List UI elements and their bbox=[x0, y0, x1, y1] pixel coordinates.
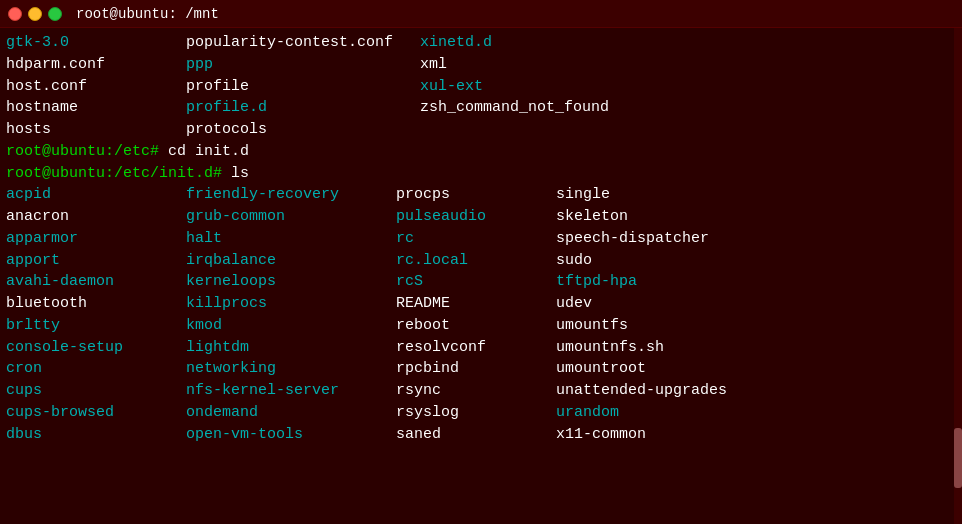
list-item: bluetooth bbox=[6, 293, 186, 315]
list-item: irqbalance bbox=[186, 250, 396, 272]
list-item: README bbox=[396, 293, 556, 315]
list-item: unattended-upgrades bbox=[556, 380, 956, 402]
scrollbar-thumb[interactable] bbox=[954, 428, 962, 488]
col3: xml bbox=[420, 54, 447, 76]
cmd-ls: root@ubuntu:/etc/init.d# ls bbox=[6, 163, 956, 185]
prompt1: root@ubuntu:/etc# bbox=[6, 141, 159, 163]
ls-col4: single skeleton speech-dispatcher sudo t… bbox=[556, 184, 956, 445]
list-item: tftpd-hpa bbox=[556, 271, 956, 293]
list-item: speech-dispatcher bbox=[556, 228, 956, 250]
list-item: rcS bbox=[396, 271, 556, 293]
col2: profile bbox=[186, 76, 420, 98]
line-host: host.conf profile xul-ext bbox=[6, 76, 956, 98]
line-hostname: hostname profile.d zsh_command_not_found bbox=[6, 97, 956, 119]
list-item: halt bbox=[186, 228, 396, 250]
cmd-cd: root@ubuntu:/etc# cd init.d bbox=[6, 141, 956, 163]
col2: ppp bbox=[186, 54, 420, 76]
col1: hosts bbox=[6, 119, 186, 141]
ls-col2: friendly-recovery grub-common halt irqba… bbox=[186, 184, 396, 445]
col3: xinetd.d bbox=[420, 32, 492, 54]
col1: hostname bbox=[6, 97, 186, 119]
ls-text: ls bbox=[222, 163, 249, 185]
list-item: kerneloops bbox=[186, 271, 396, 293]
list-item: apport bbox=[6, 250, 186, 272]
col3: zsh_command_not_found bbox=[420, 97, 609, 119]
list-item: ondemand bbox=[186, 402, 396, 424]
list-item: pulseaudio bbox=[396, 206, 556, 228]
list-item: kmod bbox=[186, 315, 396, 337]
list-item: cups bbox=[6, 380, 186, 402]
list-item: open-vm-tools bbox=[186, 424, 396, 446]
list-item: sudo bbox=[556, 250, 956, 272]
list-item: procps bbox=[396, 184, 556, 206]
list-item: skeleton bbox=[556, 206, 956, 228]
list-item: dbus bbox=[6, 424, 186, 446]
close-button[interactable] bbox=[8, 7, 22, 21]
list-item: rpcbind bbox=[396, 358, 556, 380]
list-item: x11-common bbox=[556, 424, 956, 446]
line-hdparm: hdparm.conf ppp xml bbox=[6, 54, 956, 76]
list-item: umountroot bbox=[556, 358, 956, 380]
list-item: friendly-recovery bbox=[186, 184, 396, 206]
window-title: root@ubuntu: /mnt bbox=[76, 6, 219, 22]
list-item: cron bbox=[6, 358, 186, 380]
list-item: apparmor bbox=[6, 228, 186, 250]
list-item: brltty bbox=[6, 315, 186, 337]
cmd-text: cd init.d bbox=[159, 141, 249, 163]
col2: protocols bbox=[186, 119, 267, 141]
maximize-button[interactable] bbox=[48, 7, 62, 21]
list-item: acpid bbox=[6, 184, 186, 206]
ls-col3: procps pulseaudio rc rc.local rcS README… bbox=[396, 184, 556, 445]
list-item: nfs-kernel-server bbox=[186, 380, 396, 402]
list-item: avahi-daemon bbox=[6, 271, 186, 293]
prompt2: root@ubuntu:/etc/init.d# bbox=[6, 163, 222, 185]
list-item: umountnfs.sh bbox=[556, 337, 956, 359]
col1: host.conf bbox=[6, 76, 186, 98]
col1: hdparm.conf bbox=[6, 54, 186, 76]
list-item: console-setup bbox=[6, 337, 186, 359]
list-item: rsync bbox=[396, 380, 556, 402]
list-item: grub-common bbox=[186, 206, 396, 228]
col2: popularity-contest.conf bbox=[186, 32, 420, 54]
line-hosts: hosts protocols bbox=[6, 119, 956, 141]
ls-output: acpid anacron apparmor apport avahi-daem… bbox=[6, 184, 956, 445]
minimize-button[interactable] bbox=[28, 7, 42, 21]
list-item: saned bbox=[396, 424, 556, 446]
list-item: lightdm bbox=[186, 337, 396, 359]
list-item: rc bbox=[396, 228, 556, 250]
list-item: urandom bbox=[556, 402, 956, 424]
list-item: udev bbox=[556, 293, 956, 315]
list-item: resolvconf bbox=[396, 337, 556, 359]
line-gtk: gtk-3.0 popularity-contest.conf xinetd.d bbox=[6, 32, 956, 54]
list-item: killprocs bbox=[186, 293, 396, 315]
list-item: rsyslog bbox=[396, 402, 556, 424]
list-item: reboot bbox=[396, 315, 556, 337]
ls-col1: acpid anacron apparmor apport avahi-daem… bbox=[6, 184, 186, 445]
terminal: gtk-3.0 popularity-contest.conf xinetd.d… bbox=[0, 28, 962, 449]
list-item: networking bbox=[186, 358, 396, 380]
list-item: anacron bbox=[6, 206, 186, 228]
col3: xul-ext bbox=[420, 76, 483, 98]
col2: profile.d bbox=[186, 97, 420, 119]
list-item: umountfs bbox=[556, 315, 956, 337]
list-item: single bbox=[556, 184, 956, 206]
titlebar: root@ubuntu: /mnt bbox=[0, 0, 962, 28]
scrollbar[interactable] bbox=[954, 28, 962, 524]
list-item: rc.local bbox=[396, 250, 556, 272]
col1: gtk-3.0 bbox=[6, 32, 186, 54]
list-item: cups-browsed bbox=[6, 402, 186, 424]
